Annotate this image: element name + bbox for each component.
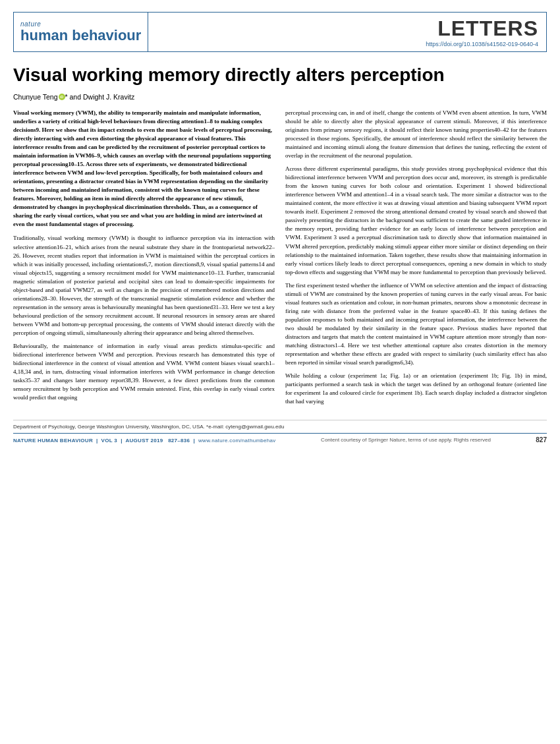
body-para-1: Traditionally, visual working memory (VW… bbox=[13, 234, 275, 337]
body-para-2: Behaviourally, the maintenance of inform… bbox=[13, 342, 275, 402]
copyright-text: Content courtesy of Springer Nature, ter… bbox=[283, 437, 530, 443]
doi-link[interactable]: https://doi.org/10.1038/s41562-019-0640-… bbox=[426, 41, 538, 47]
body-para-r4: While holding a colour (experiment 1a; F… bbox=[285, 372, 547, 406]
body-para-r3: The first experiment tested whether the … bbox=[285, 281, 547, 367]
article-title: Visual working memory directly alters pe… bbox=[13, 64, 547, 86]
footer-journal-info: NATURE HUMAN BEHAVIOUR | VOL 3 | AUGUST … bbox=[13, 437, 276, 444]
left-column: Visual working memory (VWM), the ability… bbox=[13, 109, 275, 411]
footer-bottom-bar: NATURE HUMAN BEHAVIOUR | VOL 3 | AUGUST … bbox=[13, 433, 547, 444]
section-label: LETTERS bbox=[437, 16, 538, 41]
header-right: LETTERS https://doi.org/10.1038/s41562-0… bbox=[148, 13, 546, 51]
body-para-r2: Across three different experimental para… bbox=[285, 165, 547, 277]
body-para-r1: perceptual processing can, in and of its… bbox=[285, 109, 547, 160]
right-column: perceptual processing can, in and of its… bbox=[285, 109, 547, 411]
affiliation-text: Department of Psychology, George Washing… bbox=[13, 424, 547, 430]
article-footer: Department of Psychology, George Washing… bbox=[13, 420, 547, 444]
authors-line: Chunyue Teng* and Dwight J. Kravitz bbox=[13, 93, 547, 101]
abstract-paragraph: Visual working memory (VWM), the ability… bbox=[13, 109, 275, 229]
article-columns: Visual working memory (VWM), the ability… bbox=[13, 109, 547, 411]
journal-logo: nature human behaviour bbox=[14, 13, 148, 51]
orcid-icon bbox=[59, 94, 65, 100]
journal-name: NATURE HUMAN BEHAVIOUR | VOL 3 | AUGUST … bbox=[13, 438, 276, 444]
page-number: 827 bbox=[536, 436, 547, 444]
author-name: Chunyue Teng bbox=[13, 93, 58, 101]
logo-hb-text: human behaviour bbox=[20, 28, 141, 43]
author-suffix: * and Dwight J. Kravitz bbox=[65, 93, 135, 101]
journal-header: nature human behaviour LETTERS https://d… bbox=[13, 12, 547, 52]
